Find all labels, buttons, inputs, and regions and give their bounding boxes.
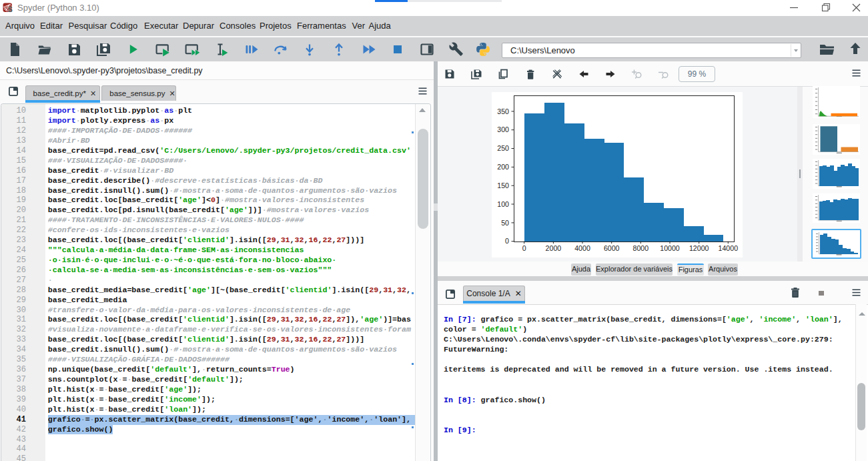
svg-text:350: 350 — [497, 107, 509, 115]
svg-text:100: 100 — [497, 200, 509, 208]
svg-text:14000: 14000 — [719, 244, 739, 252]
svg-text:150: 150 — [497, 181, 509, 189]
svg-text:2000: 2000 — [546, 244, 562, 252]
svg-text:8000: 8000 — [633, 244, 649, 252]
svg-text:300: 300 — [497, 125, 509, 133]
svg-text:12000: 12000 — [689, 244, 709, 252]
svg-text:0: 0 — [505, 237, 509, 245]
svg-text:10000: 10000 — [660, 244, 680, 252]
svg-text:6000: 6000 — [604, 244, 620, 252]
svg-text:200: 200 — [497, 163, 509, 171]
svg-text:0: 0 — [522, 244, 526, 252]
svg-text:S: S — [7, 5, 12, 13]
svg-text:50: 50 — [501, 219, 509, 227]
svg-text:4000: 4000 — [574, 244, 590, 252]
svg-text:250: 250 — [497, 144, 509, 152]
